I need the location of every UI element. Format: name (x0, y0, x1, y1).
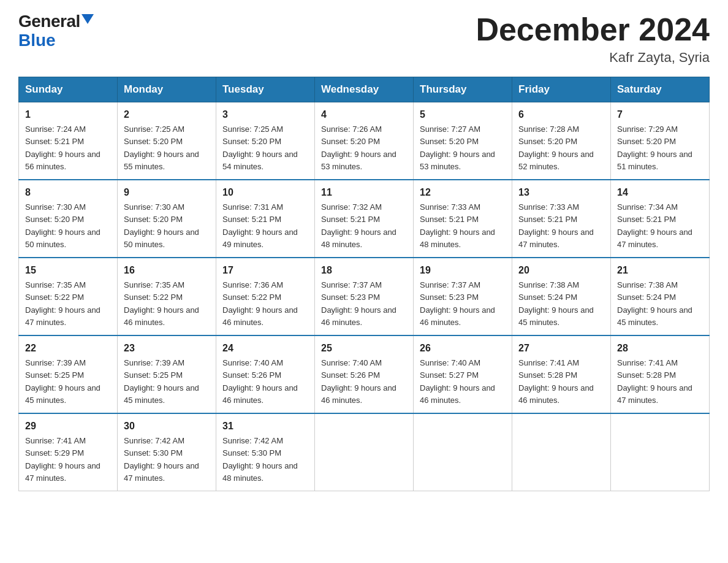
table-row: 27 Sunrise: 7:41 AMSunset: 5:28 PMDaylig… (512, 335, 611, 413)
logo-triangle-icon (82, 14, 94, 24)
day-info: Sunrise: 7:42 AMSunset: 5:30 PMDaylight:… (222, 436, 298, 483)
day-number: 14 (617, 185, 703, 200)
table-row: 18 Sunrise: 7:37 AMSunset: 5:23 PMDaylig… (315, 258, 414, 335)
day-info: Sunrise: 7:25 AMSunset: 5:20 PMDaylight:… (124, 124, 199, 171)
day-info: Sunrise: 7:42 AMSunset: 5:30 PMDaylight:… (124, 436, 199, 483)
day-number: 13 (518, 185, 604, 200)
calendar-week-row: 22 Sunrise: 7:39 AMSunset: 5:25 PMDaylig… (19, 335, 710, 413)
table-row: 25 Sunrise: 7:40 AMSunset: 5:26 PMDaylig… (315, 335, 414, 413)
calendar-table: Sunday Monday Tuesday Wednesday Thursday… (18, 77, 710, 491)
day-info: Sunrise: 7:33 AMSunset: 5:21 PMDaylight:… (518, 202, 594, 249)
table-row (414, 413, 512, 491)
day-info: Sunrise: 7:28 AMSunset: 5:20 PMDaylight:… (518, 124, 594, 171)
day-info: Sunrise: 7:40 AMSunset: 5:26 PMDaylight:… (321, 358, 396, 405)
day-number: 18 (321, 263, 407, 278)
day-info: Sunrise: 7:35 AMSunset: 5:22 PMDaylight:… (25, 280, 100, 327)
day-number: 28 (617, 341, 703, 356)
day-number: 6 (518, 107, 604, 122)
day-number: 26 (420, 341, 506, 356)
day-number: 4 (321, 107, 407, 122)
table-row: 31 Sunrise: 7:42 AMSunset: 5:30 PMDaylig… (216, 413, 315, 491)
day-number: 24 (222, 341, 308, 356)
day-info: Sunrise: 7:41 AMSunset: 5:28 PMDaylight:… (518, 358, 594, 405)
day-info: Sunrise: 7:30 AMSunset: 5:20 PMDaylight:… (124, 202, 199, 249)
calendar-title: December 2024 (476, 12, 710, 47)
day-number: 29 (25, 419, 111, 434)
day-info: Sunrise: 7:37 AMSunset: 5:23 PMDaylight:… (420, 280, 495, 327)
day-info: Sunrise: 7:36 AMSunset: 5:22 PMDaylight:… (222, 280, 298, 327)
day-info: Sunrise: 7:24 AMSunset: 5:21 PMDaylight:… (25, 124, 100, 171)
table-row: 21 Sunrise: 7:38 AMSunset: 5:24 PMDaylig… (611, 258, 710, 335)
day-info: Sunrise: 7:33 AMSunset: 5:21 PMDaylight:… (420, 202, 495, 249)
day-number: 22 (25, 341, 111, 356)
day-info: Sunrise: 7:39 AMSunset: 5:25 PMDaylight:… (124, 358, 199, 405)
table-row: 12 Sunrise: 7:33 AMSunset: 5:21 PMDaylig… (414, 180, 512, 258)
table-row: 16 Sunrise: 7:35 AMSunset: 5:22 PMDaylig… (118, 258, 216, 335)
table-row: 14 Sunrise: 7:34 AMSunset: 5:21 PMDaylig… (611, 180, 710, 258)
day-number: 5 (420, 107, 506, 122)
page-header: General Blue December 2024 Kafr Zayta, S… (18, 12, 710, 66)
day-info: Sunrise: 7:38 AMSunset: 5:24 PMDaylight:… (617, 280, 692, 327)
day-number: 30 (124, 419, 210, 434)
table-row: 2 Sunrise: 7:25 AMSunset: 5:20 PMDayligh… (118, 102, 216, 180)
day-info: Sunrise: 7:38 AMSunset: 5:24 PMDaylight:… (518, 280, 594, 327)
title-block: December 2024 Kafr Zayta, Syria (476, 12, 710, 66)
day-info: Sunrise: 7:26 AMSunset: 5:20 PMDaylight:… (321, 124, 396, 171)
day-number: 16 (124, 263, 210, 278)
table-row: 3 Sunrise: 7:25 AMSunset: 5:20 PMDayligh… (216, 102, 315, 180)
logo-general-text: General (18, 12, 80, 31)
logo-blue-text: Blue (18, 31, 56, 50)
day-number: 27 (518, 341, 604, 356)
calendar-subtitle: Kafr Zayta, Syria (476, 50, 710, 66)
calendar-week-row: 8 Sunrise: 7:30 AMSunset: 5:20 PMDayligh… (19, 180, 710, 258)
day-number: 19 (420, 263, 506, 278)
table-row: 9 Sunrise: 7:30 AMSunset: 5:20 PMDayligh… (118, 180, 216, 258)
day-number: 1 (25, 107, 111, 122)
day-number: 9 (124, 185, 210, 200)
day-number: 10 (222, 185, 308, 200)
day-number: 17 (222, 263, 308, 278)
day-info: Sunrise: 7:34 AMSunset: 5:21 PMDaylight:… (617, 202, 692, 249)
table-row (512, 413, 611, 491)
day-info: Sunrise: 7:40 AMSunset: 5:27 PMDaylight:… (420, 358, 495, 405)
header-monday: Monday (118, 77, 216, 102)
header-sunday: Sunday (19, 77, 118, 102)
day-number: 7 (617, 107, 703, 122)
logo: General Blue (18, 12, 94, 50)
table-row: 30 Sunrise: 7:42 AMSunset: 5:30 PMDaylig… (118, 413, 216, 491)
table-row: 13 Sunrise: 7:33 AMSunset: 5:21 PMDaylig… (512, 180, 611, 258)
day-info: Sunrise: 7:41 AMSunset: 5:28 PMDaylight:… (617, 358, 692, 405)
table-row: 7 Sunrise: 7:29 AMSunset: 5:20 PMDayligh… (611, 102, 710, 180)
table-row: 23 Sunrise: 7:39 AMSunset: 5:25 PMDaylig… (118, 335, 216, 413)
day-number: 3 (222, 107, 308, 122)
table-row: 15 Sunrise: 7:35 AMSunset: 5:22 PMDaylig… (19, 258, 118, 335)
day-info: Sunrise: 7:27 AMSunset: 5:20 PMDaylight:… (420, 124, 495, 171)
day-info: Sunrise: 7:35 AMSunset: 5:22 PMDaylight:… (124, 280, 199, 327)
calendar-week-row: 1 Sunrise: 7:24 AMSunset: 5:21 PMDayligh… (19, 102, 710, 180)
day-number: 23 (124, 341, 210, 356)
day-info: Sunrise: 7:41 AMSunset: 5:29 PMDaylight:… (25, 436, 100, 483)
header-thursday: Thursday (414, 77, 512, 102)
table-row: 1 Sunrise: 7:24 AMSunset: 5:21 PMDayligh… (19, 102, 118, 180)
day-number: 11 (321, 185, 407, 200)
day-info: Sunrise: 7:31 AMSunset: 5:21 PMDaylight:… (222, 202, 298, 249)
weekday-header-row: Sunday Monday Tuesday Wednesday Thursday… (19, 77, 710, 102)
day-info: Sunrise: 7:32 AMSunset: 5:21 PMDaylight:… (321, 202, 396, 249)
table-row: 22 Sunrise: 7:39 AMSunset: 5:25 PMDaylig… (19, 335, 118, 413)
day-number: 25 (321, 341, 407, 356)
header-tuesday: Tuesday (216, 77, 315, 102)
day-info: Sunrise: 7:40 AMSunset: 5:26 PMDaylight:… (222, 358, 298, 405)
day-number: 21 (617, 263, 703, 278)
table-row: 5 Sunrise: 7:27 AMSunset: 5:20 PMDayligh… (414, 102, 512, 180)
table-row: 29 Sunrise: 7:41 AMSunset: 5:29 PMDaylig… (19, 413, 118, 491)
day-info: Sunrise: 7:30 AMSunset: 5:20 PMDaylight:… (25, 202, 100, 249)
day-number: 8 (25, 185, 111, 200)
header-wednesday: Wednesday (315, 77, 414, 102)
day-number: 15 (25, 263, 111, 278)
day-info: Sunrise: 7:29 AMSunset: 5:20 PMDaylight:… (617, 124, 692, 171)
table-row: 24 Sunrise: 7:40 AMSunset: 5:26 PMDaylig… (216, 335, 315, 413)
calendar-week-row: 15 Sunrise: 7:35 AMSunset: 5:22 PMDaylig… (19, 258, 710, 335)
table-row: 17 Sunrise: 7:36 AMSunset: 5:22 PMDaylig… (216, 258, 315, 335)
day-number: 31 (222, 419, 308, 434)
table-row: 6 Sunrise: 7:28 AMSunset: 5:20 PMDayligh… (512, 102, 611, 180)
